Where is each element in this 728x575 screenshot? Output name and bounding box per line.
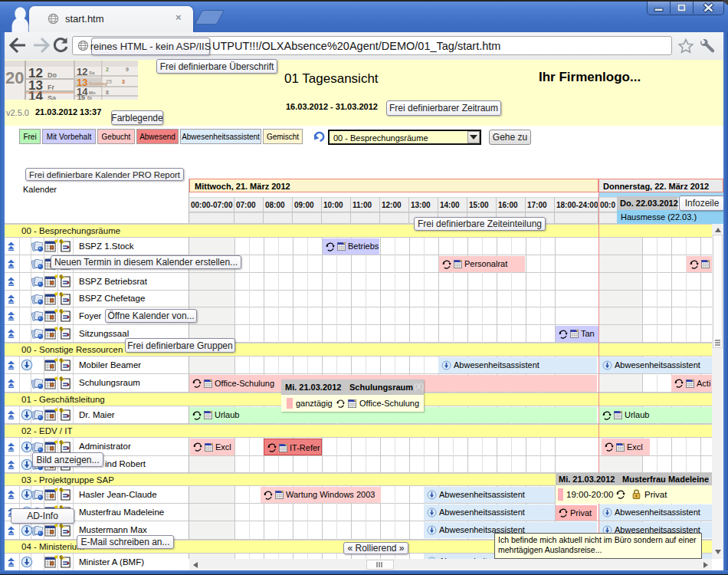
svg-text:Sa: Sa xyxy=(89,71,95,75)
svg-text:3: 3 xyxy=(122,79,125,84)
svg-text:Di: Di xyxy=(87,96,92,100)
svg-text:2: 2 xyxy=(106,67,109,72)
svg-text:25: 25 xyxy=(106,79,112,84)
svg-text:Do: Do xyxy=(48,71,57,79)
svg-text:Sa: Sa xyxy=(48,94,57,100)
svg-text:8: 8 xyxy=(106,90,109,95)
svg-text:Sonntag: Sonntag xyxy=(89,81,107,86)
svg-text:15: 15 xyxy=(77,94,85,100)
svg-text:14: 14 xyxy=(28,89,43,100)
svg-text:Mo: Mo xyxy=(89,90,96,95)
svg-text:Fr: Fr xyxy=(48,84,54,91)
svg-text:20: 20 xyxy=(5,68,24,87)
svg-text:9: 9 xyxy=(126,67,129,72)
